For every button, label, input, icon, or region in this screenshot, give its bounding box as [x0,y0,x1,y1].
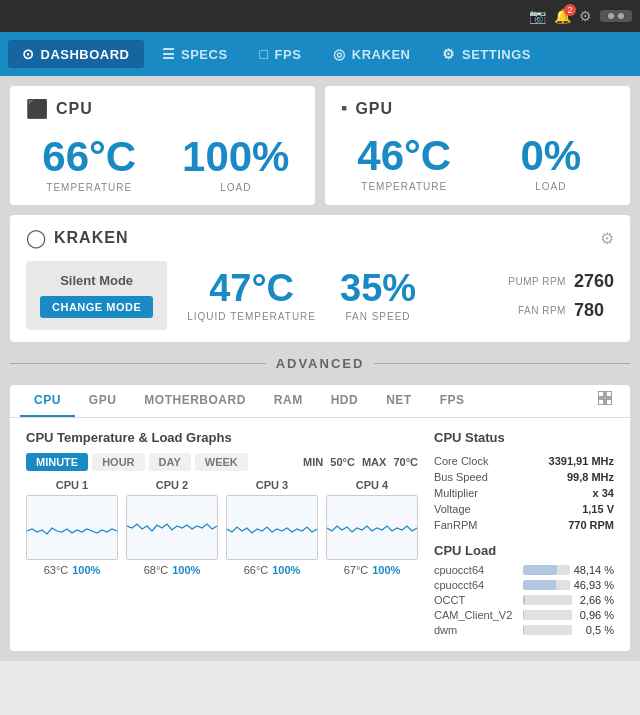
nav-specs-label: SPECS [181,47,228,62]
load-bar-fill [523,610,524,620]
gpu-chip-icon: ▪ [341,98,347,119]
cpu-load-title: CPU Load [434,543,614,558]
kraken-liquid-temp-value: 47°C [209,269,294,307]
status-row: Multiplierx 34 [434,485,614,501]
load-process-name: dwm [434,624,519,636]
status-row: Voltage1,15 V [434,501,614,517]
load-row: dwm 0,5 % [434,624,614,636]
pump-rpm-row: PUMP RPM 2760 [501,271,614,292]
fan-rpm-label: FAN RPM [501,305,566,316]
fan-rpm-value: 780 [574,300,604,321]
tab-cpu[interactable]: CPU [20,385,75,417]
load-bar-background [523,610,572,620]
expand-button[interactable] [590,385,620,417]
cpu1-label: CPU 1 [56,479,88,491]
silent-mode-label: Silent Mode [60,273,133,288]
cpu1-load: 100% [72,564,100,576]
navbar: ⊙ DASHBOARD ☰ SPECS □ FPS ◎ KRAKEN ⚙ SET… [0,32,640,76]
kraken-fan-speed-value: 35% [340,269,416,307]
top-row: ⬛ CPU 66°C TEMPERATURE 100% LOAD ▪ GPU [10,86,630,205]
time-tab-minute[interactable]: MINUTE [26,453,88,471]
tab-hdd[interactable]: HDD [317,385,373,417]
kraken-fan-speed-label: FAN SPEED [345,311,410,322]
status-value: 99,8 MHz [567,471,614,483]
advanced-divider: ADVANCED [10,352,630,375]
kraken-liquid-temp-metric: 47°C LIQUID TEMPERATURE [187,269,316,322]
cpu4-temp: 67°C [344,564,369,576]
kraken-icon: ◎ [333,46,346,62]
gpu-metrics: 46°C TEMPERATURE 0% LOAD [341,135,614,192]
cpu-load-rows: cpuocct64 48,14 % cpuocct64 46,93 % OCCT… [434,564,614,636]
kraken-liquid-temp-label: LIQUID TEMPERATURE [187,311,316,322]
tab-motherboard[interactable]: MOTHERBOARD [130,385,260,417]
gpu-temperature-label: TEMPERATURE [361,181,447,192]
gear-icon[interactable]: ⚙ [579,8,592,24]
camera-icon[interactable]: 📷 [529,8,546,24]
cpu2-load: 100% [172,564,200,576]
load-bar-background [523,580,570,590]
nav-fps[interactable]: □ FPS [246,40,316,68]
kraken-fan-speed-metric: 35% FAN SPEED [340,269,416,322]
cpu2-label: CPU 2 [156,479,188,491]
cpu-status-rows: Core Clock3391,91 MHzBus Speed99,8 MHzMu… [434,453,614,533]
load-percent: 46,93 % [574,579,614,591]
cpu-chip-icon: ⬛ [26,98,48,120]
cpu-temperature-value: 66°C [42,136,136,178]
load-bar-background [523,625,572,635]
time-tabs: MINUTE HOUR DAY WEEK MIN 50°C MAX 70°C [26,453,418,471]
nav-dashboard[interactable]: ⊙ DASHBOARD [8,40,144,68]
cpu1-values: 63°C 100% [44,564,101,576]
status-key: Bus Speed [434,471,488,483]
status-row: Bus Speed99,8 MHz [434,469,614,485]
nav-kraken[interactable]: ◎ KRAKEN [319,40,424,68]
time-tab-week[interactable]: WEEK [195,453,248,471]
fps-icon: □ [260,46,269,62]
status-value: x 34 [593,487,614,499]
nav-settings[interactable]: ⚙ SETTINGS [428,40,545,68]
cpu-temperature-label: TEMPERATURE [46,182,132,193]
kraken-gear-icon[interactable]: ⚙ [600,229,614,248]
svg-rect-2 [598,399,604,405]
load-percent: 0,5 % [576,624,614,636]
time-tab-day[interactable]: DAY [149,453,191,471]
tab-net[interactable]: NET [372,385,426,417]
cpu-metrics: 66°C TEMPERATURE 100% LOAD [26,136,299,193]
cpu3-graph: CPU 3 66°C 100% [226,479,318,576]
time-tab-hour[interactable]: HOUR [92,453,144,471]
tab-fps[interactable]: FPS [426,385,479,417]
pump-rpm-label: PUMP RPM [501,276,566,287]
kraken-card: ◯ KRAKEN ⚙ Silent Mode CHANGE MODE 47°C … [10,215,630,342]
svg-rect-0 [598,391,604,397]
cpu2-values: 68°C 100% [144,564,201,576]
cpu2-graph: CPU 2 68°C 100% [126,479,218,576]
cpu-load-value: 100% [182,136,289,178]
advanced-panel: CPU GPU MOTHERBOARD RAM HDD NET FPS CPU … [10,385,630,651]
load-process-name: CAM_Client_V2 [434,609,519,621]
tab-gpu[interactable]: GPU [75,385,131,417]
min-value: 50°C [330,456,355,468]
tab-ram[interactable]: RAM [260,385,317,417]
load-bar-background [523,565,570,575]
kraken-circle-icon: ◯ [26,227,46,249]
min-label: MIN [303,456,323,468]
status-key: FanRPM [434,519,477,531]
cpu-status-title: CPU Status [434,430,614,445]
nav-kraken-label: KRAKEN [352,47,411,62]
specs-icon: ☰ [162,46,176,62]
silent-mode-box: Silent Mode CHANGE MODE [26,261,167,330]
change-mode-button[interactable]: CHANGE MODE [40,296,153,318]
load-bar-fill [523,595,525,605]
notification-badge: 2 [564,4,576,16]
load-process-name: cpuocct64 [434,579,519,591]
load-bar-fill [523,580,556,590]
nav-specs[interactable]: ☰ SPECS [148,40,242,68]
kraken-body: Silent Mode CHANGE MODE 47°C LIQUID TEMP… [26,261,614,330]
kraken-title: KRAKEN [54,229,128,247]
fan-rpm-row: FAN RPM 780 [501,300,614,321]
pump-fan-info: PUMP RPM 2760 FAN RPM 780 [501,271,614,321]
advanced-content: CPU Temperature & Load Graphs MINUTE HOU… [10,418,630,651]
load-row: cpuocct64 48,14 % [434,564,614,576]
notification-icon[interactable]: 🔔 2 [554,8,571,24]
cpu-card: ⬛ CPU 66°C TEMPERATURE 100% LOAD [10,86,315,205]
dashboard-icon: ⊙ [22,46,35,62]
